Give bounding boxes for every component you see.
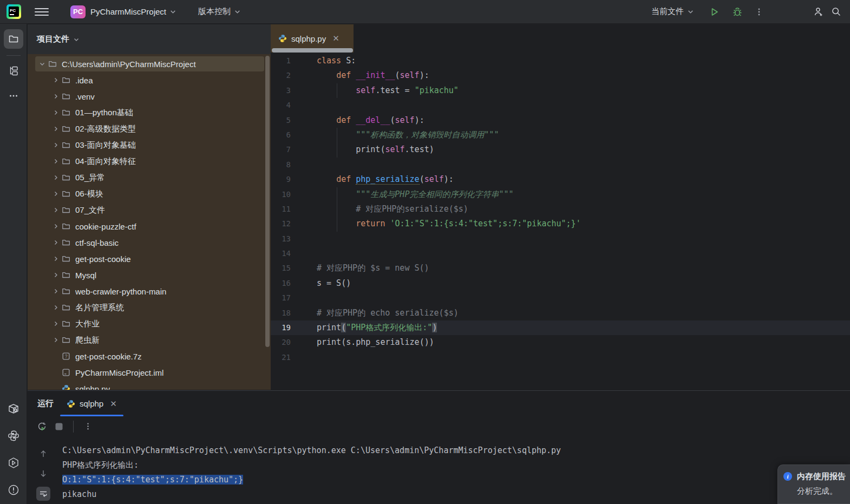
tree-item[interactable]: 04-面向对象特征	[28, 153, 271, 169]
tree-item[interactable]: 爬虫新	[28, 332, 271, 348]
more-tool-windows-button[interactable]	[4, 86, 23, 106]
code-line[interactable]: 18# 对应PHP的 echo serialize($s)	[271, 306, 850, 320]
tab-strip-scrollbar[interactable]	[272, 48, 353, 53]
line-number[interactable]: 12	[271, 217, 291, 231]
code-line[interactable]: 6 """析构函数，对象销毁时自动调用"""	[271, 128, 850, 142]
code-line[interactable]: 9 def php_serialize(self):	[271, 172, 850, 187]
line-number[interactable]: 1	[271, 54, 291, 68]
tree-item[interactable]: 01—python基础	[28, 104, 271, 121]
tree-item[interactable]: Mysql	[28, 267, 271, 283]
line-number[interactable]: 9	[271, 172, 291, 187]
line-number[interactable]: 6	[271, 128, 291, 142]
tree-item[interactable]: sqlphp.py	[28, 381, 271, 390]
tree-item[interactable]: 06-模块	[28, 186, 271, 202]
code-line[interactable]: 11 # 对应PHP的serialize($s)	[271, 202, 850, 217]
chevron-right-icon[interactable]	[50, 174, 62, 181]
code-line[interactable]: 13	[271, 232, 850, 246]
python-packages-tool-button[interactable]	[4, 399, 23, 418]
line-number[interactable]: 21	[271, 350, 291, 365]
chevron-right-icon[interactable]	[50, 207, 62, 213]
code-line[interactable]: 20print(s.php_serialize())	[271, 335, 850, 350]
chevron-right-icon[interactable]	[50, 109, 62, 116]
tree-item[interactable]: 02-高级数据类型	[28, 121, 271, 137]
tree-item[interactable]: 07_文件	[28, 202, 271, 218]
tree-item[interactable]: ctf-sql-basic	[28, 234, 271, 251]
line-number[interactable]: 18	[271, 306, 291, 320]
tree-item[interactable]: 03-面向对象基础	[28, 137, 271, 153]
code-line[interactable]: 21	[271, 350, 850, 365]
project-name[interactable]: PyCharmMiscProject	[90, 7, 166, 16]
console-line[interactable]: pikachu	[62, 487, 850, 502]
search-everywhere-button[interactable]	[827, 3, 845, 21]
arrow-down-icon[interactable]	[36, 467, 50, 481]
code-line[interactable]: 4	[271, 98, 850, 113]
tree-item[interactable]: .venv	[28, 88, 271, 104]
code-line[interactable]: 3 self.test = "pikachu"	[271, 83, 850, 98]
debug-button[interactable]	[729, 3, 746, 21]
tree-item[interactable]: PyCharmMiscProject.iml	[28, 364, 271, 381]
chevron-right-icon[interactable]	[50, 337, 62, 343]
console-line[interactable]: PHP格式序列化输出:	[62, 458, 850, 473]
run-configuration-selector[interactable]: 当前文件	[651, 6, 694, 17]
code-with-me-button[interactable]	[810, 3, 827, 21]
code-line[interactable]: 16s = S()	[271, 276, 850, 291]
problems-tool-button[interactable]	[4, 480, 23, 500]
services-tool-button[interactable]	[4, 453, 23, 473]
run-tab-sqlphp[interactable]: sqlphp ✕	[60, 391, 123, 416]
line-number[interactable]: 4	[271, 98, 291, 113]
close-icon[interactable]: ✕	[110, 399, 117, 409]
code-line[interactable]: 1class S:	[271, 54, 850, 68]
tree-item[interactable]: cookie-puzzle-ctf	[28, 218, 271, 234]
console-line[interactable]: O:1:"S":1:{s:4:"test";s:7:"pikachu";}	[62, 473, 850, 487]
tree-item[interactable]: web-crawler-python-main	[28, 283, 271, 299]
line-number[interactable]: 15	[271, 261, 291, 276]
code-line[interactable]: 17	[271, 291, 850, 305]
soft-wrap-toggle[interactable]	[36, 487, 50, 501]
code-line[interactable]: 15# 对应PHP的 $s = new S()	[271, 261, 850, 276]
chevron-right-icon[interactable]	[50, 142, 62, 148]
arrow-up-icon[interactable]	[36, 447, 50, 461]
notification-card[interactable]: i 内存使用报告 分析完成。	[777, 464, 850, 504]
python-console-tool-button[interactable]	[4, 426, 23, 446]
code-editor[interactable]: 1class S:2 def __init__(self):3 self.tes…	[271, 53, 850, 390]
chevron-right-icon[interactable]	[50, 77, 62, 83]
line-number[interactable]: 10	[271, 187, 291, 202]
console-line[interactable]: C:\Users\admin\PyCharmMiscProject\.venv\…	[62, 443, 850, 458]
chevron-right-icon[interactable]	[50, 126, 62, 132]
code-line[interactable]: 7 print(self.test)	[271, 142, 850, 157]
line-number[interactable]: 20	[271, 335, 291, 350]
code-line[interactable]: 5 def __del__(self):	[271, 113, 850, 128]
line-number[interactable]: 14	[271, 246, 291, 261]
tree-item[interactable]: .idea	[28, 72, 271, 88]
line-number[interactable]: 17	[271, 291, 291, 305]
chevron-right-icon[interactable]	[50, 223, 62, 230]
line-number[interactable]: 16	[271, 276, 291, 291]
tree-item[interactable]: 名片管理系统	[28, 299, 271, 316]
tree-item[interactable]: get-post-cookie	[28, 251, 271, 267]
run-button[interactable]	[706, 3, 723, 21]
chevron-right-icon[interactable]	[50, 191, 62, 197]
main-menu-button[interactable]	[35, 5, 49, 19]
code-line[interactable]: 14	[271, 246, 850, 261]
chevron-right-icon[interactable]	[50, 320, 62, 327]
structure-tool-button[interactable]	[4, 61, 23, 81]
code-line[interactable]: 2 def __init__(self):	[271, 68, 850, 83]
project-panel-header[interactable]: 项目文件	[28, 24, 271, 54]
chevron-right-icon[interactable]	[50, 272, 62, 278]
line-number[interactable]: 8	[271, 158, 291, 172]
project-tool-button[interactable]	[4, 29, 23, 49]
vcs-widget[interactable]: 版本控制	[198, 6, 241, 17]
tree-item[interactable]: C:\Users\admin\PyCharmMiscProject	[28, 56, 271, 72]
chevron-right-icon[interactable]	[50, 158, 62, 165]
code-line[interactable]: 8	[271, 158, 850, 172]
chevron-down-icon[interactable]	[36, 61, 48, 67]
chevron-down-icon[interactable]	[169, 8, 176, 15]
line-number[interactable]: 3	[271, 83, 291, 98]
stop-button[interactable]	[51, 420, 67, 434]
code-line[interactable]: 10 """生成与PHP完全相同的序列化字符串"""	[271, 187, 850, 202]
chevron-right-icon[interactable]	[50, 93, 62, 100]
chevron-right-icon[interactable]	[50, 288, 62, 294]
code-line[interactable]: 19print("PHP格式序列化输出:")	[271, 320, 850, 335]
chevron-right-icon[interactable]	[50, 239, 62, 246]
code-line[interactable]: 12 return 'O:1:"S":1:{s:4:"test";s:7:"pi…	[271, 217, 850, 231]
